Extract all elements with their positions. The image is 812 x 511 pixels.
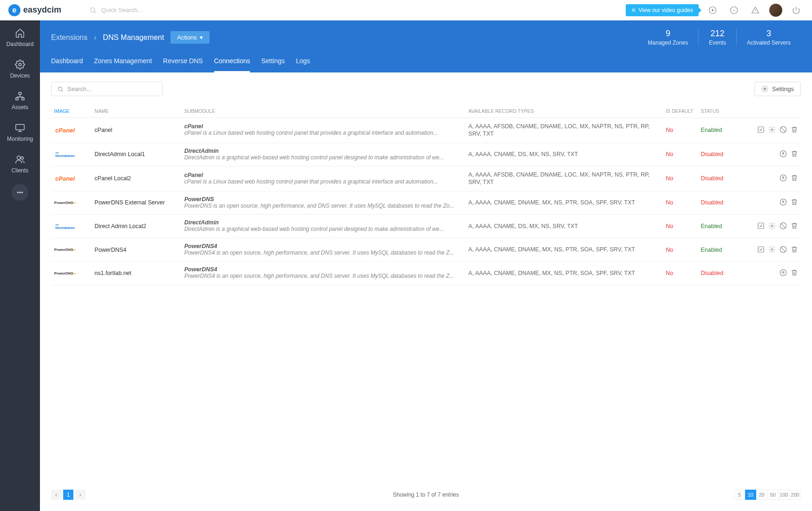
svg-point-22 xyxy=(771,249,773,250)
check-icon[interactable] xyxy=(756,126,765,134)
trash-icon[interactable] xyxy=(790,246,798,254)
page-size-selector: 5102050100200 xyxy=(734,490,801,500)
stat-number: 212 xyxy=(709,29,726,39)
page-size-200[interactable]: 200 xyxy=(790,490,801,500)
row-name[interactable]: cPanel Local2 xyxy=(92,166,182,191)
page-1[interactable]: 1 xyxy=(63,490,73,500)
row-status: Enabled xyxy=(698,238,740,262)
col-submodule[interactable]: SUBMODULE xyxy=(182,105,466,118)
logo-mark-icon: e xyxy=(8,4,20,16)
gear-icon[interactable] xyxy=(767,222,776,230)
nav-dashboard[interactable]: Dashboard xyxy=(0,20,40,52)
gear-icon[interactable] xyxy=(767,246,776,254)
stat-block[interactable]: 212Events xyxy=(698,29,736,46)
cpanel-logo-icon: cPanel xyxy=(54,174,76,183)
page-size-10[interactable]: 10 xyxy=(745,490,756,500)
trash-icon[interactable] xyxy=(790,150,798,158)
quick-search[interactable]: Quick Search... xyxy=(89,7,143,14)
col-record-types[interactable]: AVAILABLE RECORD TYPES xyxy=(465,105,663,118)
disable-icon[interactable] xyxy=(779,126,787,134)
alert-icon[interactable] xyxy=(748,3,763,18)
tab-zones-management[interactable]: Zones Management xyxy=(94,52,152,72)
row-is-default: No xyxy=(663,238,698,262)
row-submodule-title: PowerDNS4 xyxy=(184,243,463,249)
row-name[interactable]: ns1.fortlab.net xyxy=(92,262,182,285)
video-guides-button[interactable]: ✕ View our video guides xyxy=(626,4,699,16)
nav-clients[interactable]: Clients xyxy=(0,147,40,178)
svg-point-19 xyxy=(771,225,773,227)
col-image[interactable]: IMAGE xyxy=(51,105,92,118)
svg-point-0 xyxy=(91,7,95,12)
disable-icon[interactable] xyxy=(779,222,787,230)
row-is-default: No xyxy=(663,191,698,215)
table-row: cPanel cPanel Local2 cPanelcPanel is a L… xyxy=(51,166,801,191)
row-status: Disabled xyxy=(698,262,740,285)
pagination: ‹ 1 › xyxy=(51,490,85,500)
row-submodule-title: DirectAdmin xyxy=(184,148,463,154)
page-size-50[interactable]: 50 xyxy=(767,490,779,500)
power-icon[interactable] xyxy=(789,3,804,18)
upload-icon[interactable] xyxy=(779,174,787,183)
upload-icon[interactable] xyxy=(779,269,787,277)
actions-button[interactable]: Actions ▾ xyxy=(170,31,210,44)
upload-icon[interactable] xyxy=(779,150,787,158)
tab-connections[interactable]: Connections xyxy=(214,52,250,72)
home-icon xyxy=(15,28,25,38)
nav-devices[interactable]: Devices xyxy=(0,52,40,84)
check-icon[interactable] xyxy=(756,222,765,230)
row-is-default: No xyxy=(663,143,698,166)
gear-icon[interactable] xyxy=(767,126,776,134)
tab-settings[interactable]: Settings xyxy=(261,52,285,72)
col-name[interactable]: NAME xyxy=(92,105,182,118)
app-logo[interactable]: e easydcim xyxy=(8,4,61,16)
monitor-icon xyxy=(15,123,25,133)
nav-monitoring[interactable]: Monitoring xyxy=(0,115,40,147)
avatar[interactable] xyxy=(769,4,782,17)
page-size-100[interactable]: 100 xyxy=(779,490,790,500)
page-size-20[interactable]: 20 xyxy=(756,490,767,500)
page-size-5[interactable]: 5 xyxy=(734,490,745,500)
actions-label: Actions xyxy=(177,34,197,41)
stat-label: Managed Zones xyxy=(648,39,688,46)
row-name[interactable]: PowerDNS4 xyxy=(92,238,182,262)
more-button[interactable]: ••• xyxy=(12,184,28,201)
row-record-types: A, AAAA, AFSDB, CNAME, DNAME, LOC, MX, N… xyxy=(465,166,663,191)
col-is-default[interactable]: IS DEFAULT xyxy=(663,105,698,118)
tab-reverse-dns[interactable]: Reverse DNS xyxy=(163,52,203,72)
tab-dashboard[interactable]: Dashboard xyxy=(51,52,83,72)
svg-point-13 xyxy=(771,129,773,131)
row-submodule-title: DirectAdmin xyxy=(184,219,463,226)
row-name[interactable]: DirectAdmin Local1 xyxy=(92,143,182,166)
page-next[interactable]: › xyxy=(75,490,85,500)
upload-icon[interactable] xyxy=(779,198,787,207)
settings-button[interactable]: Settings xyxy=(754,82,801,96)
app-name: easydcim xyxy=(23,5,61,15)
trash-icon[interactable] xyxy=(790,126,798,134)
nav-dashboard-label: Dashboard xyxy=(7,41,34,47)
stat-block[interactable]: 3Activated Servers xyxy=(736,29,801,46)
play-icon[interactable] xyxy=(705,3,720,18)
row-name[interactable]: Direct Admin Local2 xyxy=(92,215,182,238)
row-name[interactable]: cPanel xyxy=(92,118,182,143)
trash-icon[interactable] xyxy=(790,174,798,183)
info-icon[interactable] xyxy=(727,3,741,18)
row-submodule-title: PowerDNS xyxy=(184,196,463,203)
nav-clients-label: Clients xyxy=(12,167,29,174)
trash-icon[interactable] xyxy=(790,222,798,230)
breadcrumb-extensions[interactable]: Extensions xyxy=(51,33,87,42)
svg-rect-5 xyxy=(16,98,19,100)
search-input[interactable]: Search... xyxy=(51,82,163,96)
nav-assets[interactable]: Assets xyxy=(0,84,40,115)
col-status[interactable]: STATUS xyxy=(698,105,740,118)
check-icon[interactable] xyxy=(756,246,765,254)
page-prev[interactable]: ‹ xyxy=(51,490,61,500)
row-submodule-desc: cPanel is a Linux based web hosting cont… xyxy=(184,130,463,137)
tab-logs[interactable]: Logs xyxy=(296,52,310,72)
stat-block[interactable]: 9Managed Zones xyxy=(638,29,699,46)
row-name[interactable]: PowerDNS External Server xyxy=(92,191,182,215)
stat-number: 9 xyxy=(648,29,688,39)
disable-icon[interactable] xyxy=(779,246,787,254)
trash-icon[interactable] xyxy=(790,269,798,277)
trash-icon[interactable] xyxy=(790,198,798,207)
close-icon[interactable]: ✕ xyxy=(631,7,636,13)
